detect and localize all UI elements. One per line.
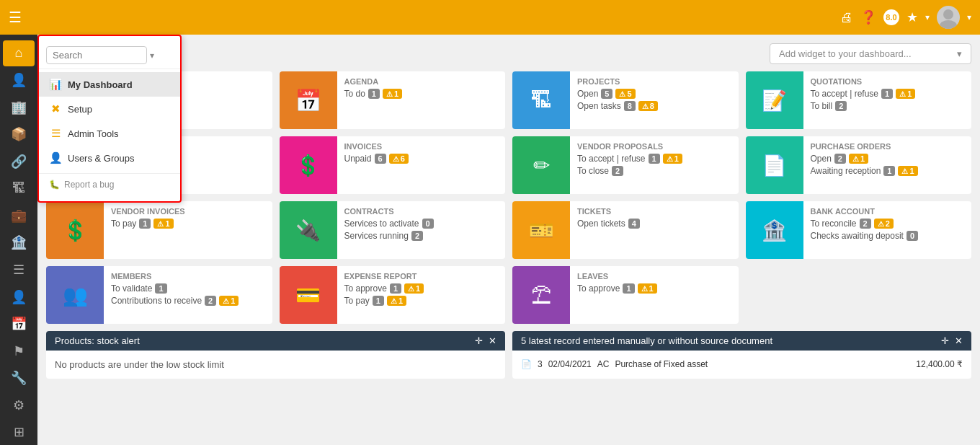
projects-row-open: Open 5 5 — [577, 89, 731, 99]
card-tickets[interactable]: 🎫 TICKETS Open tickets 4 — [512, 201, 739, 259]
move-icon[interactable]: ✛ — [475, 335, 483, 346]
add-widget-caret-icon: ▾ — [957, 48, 962, 59]
sidebar-item-calendar[interactable]: 📅 — [3, 311, 35, 337]
add-widget-placeholder: Add widget to your dashboard... — [779, 48, 912, 59]
vendor-invoices-pay-label: To pay — [111, 219, 136, 229]
contracts-activate-label: Services to activate — [344, 219, 419, 229]
panel-stock-alert-controls: ✛ ✕ — [475, 335, 496, 346]
agenda-todo-badge1: 1 — [368, 89, 380, 99]
vendor-proposals-content: VENDOR PROPOSALS To accept | refuse 1 1 … — [570, 136, 739, 194]
add-widget-dropdown[interactable]: Add widget to your dashboard... ▾ — [770, 43, 971, 64]
projects-open-badge1: 5 — [601, 89, 612, 99]
card-leaves[interactable]: ⛱ LEAVES To approve 1 1 — [512, 266, 739, 324]
quotations-title: QUOTATIONS — [811, 77, 965, 86]
sidebar-item-wrench[interactable]: 🔧 — [3, 365, 35, 391]
card-bank-account[interactable]: 🏦 BANK ACCOUNT To reconcile 2 2 Checks a… — [746, 201, 972, 259]
star-icon[interactable]: ★ — [906, 9, 918, 25]
sidebar-item-building[interactable]: 🏢 — [3, 94, 35, 120]
card-quotations[interactable]: 📝 QUOTATIONS To accept | refuse 1 1 To b… — [746, 71, 972, 129]
vendor-proposals-accept-label: To accept | refuse — [577, 154, 646, 164]
bank-account-title: BANK ACCOUNT — [811, 207, 965, 216]
sidebar-item-org[interactable]: 🏗 — [3, 176, 35, 202]
card-members[interactable]: 👥 MEMBERS To validate 1 Contributions to… — [46, 266, 272, 324]
hamburger-icon[interactable]: ☰ — [9, 9, 22, 26]
user-chevron-icon[interactable]: ▾ — [967, 12, 971, 22]
move-icon[interactable]: ✛ — [941, 335, 949, 346]
expense-approve-badge2: 1 — [404, 283, 424, 294]
expense-row-pay: To pay 1 1 — [344, 296, 499, 306]
sidebar-item-grid[interactable]: ⊞ — [3, 419, 35, 445]
panel-latest-records-body: 📄 3 02/04/2021 AC Purchase of Fixed asse… — [512, 351, 971, 378]
invoices-unpaid-badge2: 6 — [389, 154, 409, 164]
search-box: ▾ — [39, 42, 180, 69]
members-row-validate: To validate 1 — [111, 283, 265, 294]
projects-open-badge2: 5 — [615, 89, 635, 99]
svg-point-0 — [943, 9, 953, 19]
purchase-orders-row-awaiting: Awaiting reception 1 1 — [811, 166, 965, 176]
invoices-row-unpaid: Unpaid 6 6 — [344, 154, 499, 164]
po-open-badge1: 2 — [834, 154, 846, 164]
agenda-icon: 📅 — [280, 71, 337, 129]
sidebar-item-box[interactable]: 📦 — [3, 122, 35, 148]
close-icon[interactable]: ✕ — [489, 335, 496, 346]
projects-content: PROJECTS Open 5 5 Open tasks 8 8 — [570, 71, 739, 129]
projects-tasks-badge1: 8 — [624, 101, 636, 111]
card-vendor-proposals[interactable]: ✏ VENDOR PROPOSALS To accept | refuse 1 … — [512, 136, 739, 194]
print-icon[interactable]: 🖨 — [840, 10, 853, 25]
po-awaiting-badge1: 1 — [883, 166, 895, 176]
users-icon: 👤 — [49, 151, 62, 164]
card-purchase-orders[interactable]: 📄 PURCHASE ORDERS Open 2 1 Awaiting rece… — [746, 136, 972, 194]
quotations-row-bill: To bill 2 — [811, 101, 965, 111]
sidebar-item-users[interactable]: 👤 — [3, 68, 35, 94]
sidebar-item-bank[interactable]: 🏦 — [3, 230, 35, 256]
contracts-title: CONTRACTS — [344, 207, 499, 216]
latest-record-row[interactable]: 📄 3 02/04/2021 AC Purchase of Fixed asse… — [521, 359, 963, 369]
vendor-proposals-row-accept: To accept | refuse 1 1 — [577, 154, 731, 164]
sidebar-item-puzzle[interactable]: 🔗 — [3, 149, 35, 175]
contracts-content: CONTRACTS Services to activate 0 Service… — [337, 201, 506, 259]
menu-item-setup[interactable]: ✖ Setup — [39, 97, 180, 121]
user-avatar[interactable] — [937, 6, 960, 29]
sidebar-item-person[interactable]: 👤 — [3, 284, 35, 310]
sidebar-item-home[interactable]: ⌂ — [3, 40, 35, 66]
sidebar-item-list[interactable]: ☰ — [3, 257, 35, 283]
members-title: MEMBERS — [111, 272, 265, 281]
vendor-proposals-close-badge1: 2 — [612, 166, 623, 176]
star-chevron-icon[interactable]: ▾ — [925, 12, 930, 22]
sidebar-item-flag[interactable]: ⚑ — [3, 338, 35, 364]
purchase-orders-content: PURCHASE ORDERS Open 2 1 Awaiting recept… — [803, 136, 972, 194]
members-validate-badge: 1 — [155, 283, 166, 294]
menu-item-my-dashboard[interactable]: 📊 My Dashboard — [39, 72, 180, 97]
menu-item-users-groups[interactable]: 👤 Users & Groups — [39, 146, 180, 170]
record-description: Purchase of Fixed asset — [615, 359, 910, 369]
expense-report-title: EXPENSE REPORT — [344, 272, 499, 281]
contracts-row-activate: Services to activate 0 — [344, 219, 499, 229]
card-invoices[interactable]: 💲 INVOICES Unpaid 6 6 — [280, 136, 506, 194]
close-icon[interactable]: ✕ — [955, 335, 963, 346]
bank-reconcile-badge1: 2 — [860, 219, 871, 229]
card-expense-report[interactable]: 💳 EXPENSE REPORT To approve 1 1 To pay 1… — [280, 266, 506, 324]
search-caret-icon: ▾ — [150, 50, 154, 61]
search-input[interactable] — [46, 46, 147, 64]
menu-item-label: Users & Groups — [68, 153, 134, 164]
menu-item-label: Admin Tools — [68, 128, 119, 139]
panel-stock-alert-header: Products: stock alert ✛ ✕ — [46, 331, 505, 351]
tickets-icon: 🎫 — [512, 201, 570, 259]
projects-icon: 🏗 — [512, 71, 570, 129]
topbar-left: ☰ — [9, 9, 22, 26]
card-agenda[interactable]: 📅 AGENDA To do 1 1 — [280, 71, 506, 129]
leaves-approve-badge1: 1 — [623, 283, 634, 294]
menu-item-admin-tools[interactable]: ☰ Admin Tools — [39, 121, 180, 146]
purchase-orders-open-label: Open — [811, 154, 832, 164]
sidebar-item-briefcase[interactable]: 💼 — [3, 203, 35, 229]
card-vendor-invoices[interactable]: 💲 VENDOR INVOICES To pay 1 1 — [46, 201, 272, 259]
card-contracts[interactable]: 🔌 CONTRACTS Services to activate 0 Servi… — [280, 201, 506, 259]
expense-report-content: EXPENSE REPORT To approve 1 1 To pay 1 1 — [337, 266, 506, 324]
card-projects[interactable]: 🏗 PROJECTS Open 5 5 Open tasks 8 8 — [512, 71, 739, 129]
leaves-title: LEAVES — [577, 272, 731, 281]
help-icon[interactable]: ❓ — [860, 9, 876, 25]
bank-account-row-checks: Checks awaiting deposit 0 — [811, 231, 965, 241]
report-bug-button[interactable]: 🐛 Report a bug — [39, 173, 180, 195]
bank-account-icon: 🏦 — [746, 201, 803, 259]
sidebar-item-settings[interactable]: ⚙ — [3, 392, 35, 418]
